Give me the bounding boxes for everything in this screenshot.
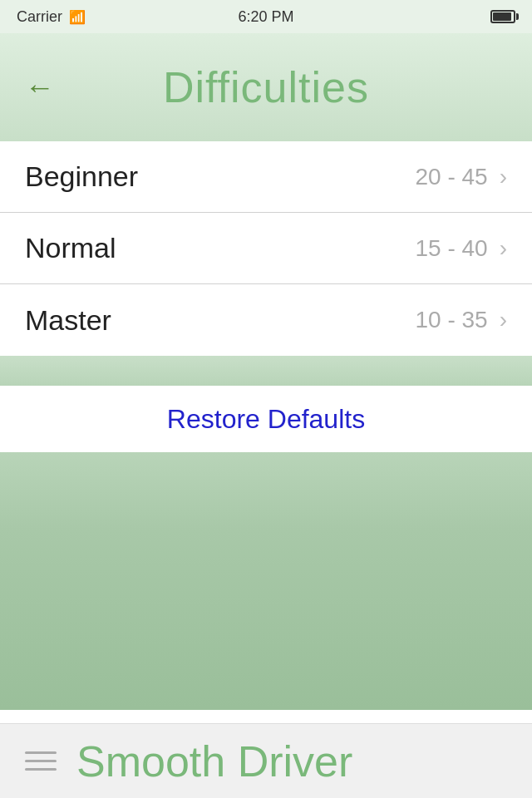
normal-row[interactable]: Normal 15 - 40 › <box>0 213 532 284</box>
restore-section: Restore Defaults <box>0 386 532 452</box>
master-label: Master <box>25 304 111 337</box>
normal-chevron-icon: › <box>500 235 507 262</box>
master-value: 10 - 35 <box>416 307 488 333</box>
restore-defaults-button[interactable]: Restore Defaults <box>167 404 365 435</box>
status-bar-time: 6:20 PM <box>238 8 293 26</box>
battery-fill <box>493 12 511 21</box>
back-arrow-icon: ← <box>25 70 55 105</box>
green-area <box>0 452 532 710</box>
battery-icon <box>490 10 515 23</box>
normal-value: 15 - 40 <box>416 235 488 262</box>
beginner-label: Beginner <box>25 160 138 193</box>
hamburger-line-3 <box>25 768 57 771</box>
footer: Smooth Driver <box>0 723 532 798</box>
normal-label: Normal <box>25 232 116 264</box>
beginner-row[interactable]: Beginner 20 - 45 › <box>0 141 532 213</box>
difficulty-list: Beginner 20 - 45 › Normal 15 - 40 › Mast… <box>0 141 532 356</box>
status-bar: Carrier 📶 6:20 PM <box>0 0 532 33</box>
beginner-value: 20 - 45 <box>416 164 488 190</box>
app-name-label: Smooth Driver <box>76 736 352 786</box>
master-right: 10 - 35 › <box>416 307 508 333</box>
back-button[interactable]: ← <box>25 70 55 105</box>
header: ← Difficulties <box>0 33 532 141</box>
hamburger-menu-icon[interactable] <box>25 751 57 771</box>
normal-right: 15 - 40 › <box>416 235 508 262</box>
beginner-right: 20 - 45 › <box>416 164 508 190</box>
page-title: Difficulties <box>163 62 369 112</box>
separator-band <box>0 356 532 386</box>
status-bar-right <box>490 10 515 23</box>
beginner-chevron-icon: › <box>500 164 507 190</box>
hamburger-line-2 <box>25 760 57 762</box>
carrier-label: Carrier <box>17 8 62 26</box>
status-bar-left: Carrier 📶 <box>17 8 86 26</box>
master-row[interactable]: Master 10 - 35 › <box>0 284 532 356</box>
master-chevron-icon: › <box>500 307 507 333</box>
hamburger-line-1 <box>25 751 57 754</box>
wifi-icon: 📶 <box>69 9 86 25</box>
